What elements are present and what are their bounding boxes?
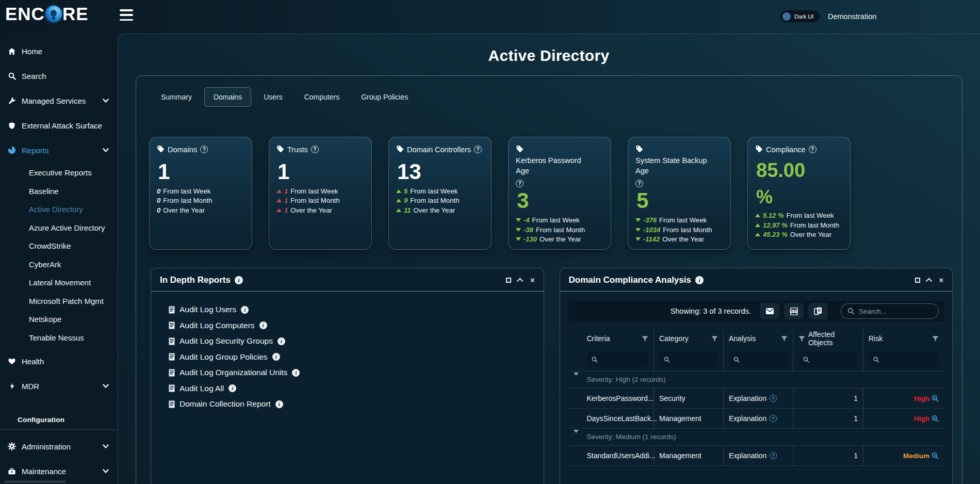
trend-up-icon [755,223,760,227]
explanation-link[interactable]: Explanation [729,414,766,423]
info-icon[interactable]: i [228,384,236,392]
sidebar-subitem-crowdstrike[interactable]: CrowdStrike [0,237,118,255]
risk-filter-input[interactable] [869,352,939,367]
risk-badge: High [914,415,929,423]
tab-users[interactable]: Users [254,87,292,107]
info-icon[interactable]: i [259,321,267,329]
sidebar-subitem-active-directory[interactable]: Active Directory [0,200,118,219]
column-header: Category [659,334,689,343]
search-input[interactable] [859,308,932,315]
report-link-audit-log-users[interactable]: Audit Log Usersi [169,305,533,314]
sidebar-subitem-cyberark[interactable]: CyberArk [0,255,118,274]
info-icon[interactable]: i [277,337,285,345]
trend-label: From last Month [163,197,212,204]
help-icon[interactable]: ? [200,146,208,153]
table-row[interactable]: StandardUsersAddi... Management Explanat… [568,445,944,465]
report-link-audit-log-all[interactable]: Audit Log Alli [169,384,533,393]
help-icon[interactable]: ? [474,146,482,153]
table-row[interactable]: DaysSinceLastBack... Management Explanat… [568,408,944,428]
sidebar-item-mdr[interactable]: MDR [0,374,118,398]
explanation-link[interactable]: Explanation [729,451,766,460]
criteria-filter-input[interactable] [587,352,649,367]
zoom-in-icon[interactable] [932,452,939,459]
filter-funnel-icon[interactable] [781,336,788,342]
search-icon [873,357,879,363]
filter-funnel-icon[interactable] [932,336,939,342]
zoom-in-icon[interactable] [932,415,939,422]
email-button[interactable] [760,303,779,319]
sidebar-item-home[interactable]: Home [0,39,118,63]
criteria-cell: DaysSinceLastBack... [582,408,654,428]
info-icon[interactable]: i [275,400,283,408]
filter-funnel-icon[interactable] [642,336,648,342]
filter-funnel-icon[interactable] [711,336,718,342]
sidebar-item-managed-services[interactable]: Managed Services [0,88,118,113]
filter-funnel-icon[interactable] [798,336,805,342]
zoom-in-icon[interactable] [932,395,939,402]
maximize-icon[interactable] [915,277,920,283]
help-icon[interactable]: ? [635,180,643,187]
sidebar-subitem-netskope[interactable]: Netskope [0,310,118,329]
tab-computers[interactable]: Computers [295,87,349,107]
sidebar-subitem-lateral-movement[interactable]: Lateral Movement [0,273,118,292]
info-icon[interactable]: i [235,276,243,284]
affected-objects-filter-input[interactable] [798,352,858,367]
dark-ui-toggle[interactable]: Dark UI [780,10,820,22]
sidebar-item-maintenance[interactable]: Maintenance [0,459,118,483]
analysis-filter-input[interactable] [729,352,788,367]
maximize-icon[interactable] [506,277,511,283]
help-icon[interactable]: ? [770,395,777,402]
menu-icon[interactable] [120,9,133,21]
domain-compliance-analysis-panel: Domain Compliance Analysis i × Showing: … [560,268,953,484]
sidebar-subitem-tenable-nessus[interactable]: Tenable Nessus [0,329,118,347]
info-icon[interactable]: i [292,369,300,377]
export-xlsx-button[interactable]: XLSX [784,303,804,319]
sidebar-item-administration[interactable]: Administration [0,434,118,459]
toggle-label: Dark UI [794,13,813,20]
sidebar-subitem-azure-active-directory[interactable]: Azure Active Directory [0,219,118,237]
help-icon[interactable]: ? [770,415,777,422]
report-link-audit-log-organizational-units[interactable]: Audit Log Organizational Unitsi [169,368,533,377]
user-menu[interactable]: Demonstration [828,12,876,21]
sidebar-item-health[interactable]: Health [0,349,118,374]
help-icon[interactable]: ? [311,146,319,153]
explanation-link[interactable]: Explanation [729,394,766,402]
close-icon[interactable]: × [530,277,534,283]
close-icon[interactable]: × [939,277,943,283]
help-icon[interactable]: ? [516,180,524,187]
help-icon[interactable]: ? [770,452,777,459]
report-link-audit-log-security-groups[interactable]: Audit Log Security Groupsi [169,336,533,346]
sidebar-item-reports[interactable]: Reports [0,138,118,163]
report-link-audit-log-group-policies[interactable]: Audit Log Group Policiesi [169,352,533,362]
sidebar-subitem-baseline[interactable]: Baseline [0,182,118,201]
sidebar-subitem-executive-reports[interactable]: Executive Reports [0,164,118,182]
report-link-domain-collection-report[interactable]: Domain Collection Reporti [169,399,533,409]
encore-logo[interactable]: ENC RE [5,4,89,24]
sidebar-item-search[interactable]: Search [0,63,118,88]
sidebar: Home Search Managed Services External At… [0,34,118,484]
sidebar-scrollbar[interactable] [4,480,66,483]
copy-button[interactable] [808,303,828,319]
tag-icon [755,145,763,153]
collapse-icon[interactable] [518,277,523,283]
table-row[interactable]: KerberosPassword... Security Explanation… [568,388,944,408]
sidebar-subitem-microsoft-patch-mgmt[interactable]: Microsoft Patch Mgmt [0,292,118,311]
main-content: Active Directory Summary Domains Users C… [118,34,980,484]
sidebar-item-external-attack-surface[interactable]: External Attack Surface [0,113,118,138]
sidebar-item-label: Administration [22,442,71,451]
severity-group-row: Severity: High (2 records) [568,371,944,388]
collapse-group-icon[interactable] [574,430,579,441]
help-icon[interactable]: ? [809,146,816,153]
collapse-icon[interactable] [927,277,932,283]
report-link-audit-log-computers[interactable]: Audit Log Computersi [169,321,533,330]
category-filter-input[interactable] [659,352,718,367]
document-icon [169,369,175,377]
tab-summary[interactable]: Summary [152,87,201,107]
info-icon[interactable]: i [695,276,704,284]
collapse-group-icon[interactable] [574,373,579,383]
info-icon[interactable]: i [272,353,280,361]
tab-group-policies[interactable]: Group Policies [352,87,417,107]
tab-domains[interactable]: Domains [204,87,251,107]
tag-icon [157,145,165,153]
info-icon[interactable]: i [241,306,249,314]
